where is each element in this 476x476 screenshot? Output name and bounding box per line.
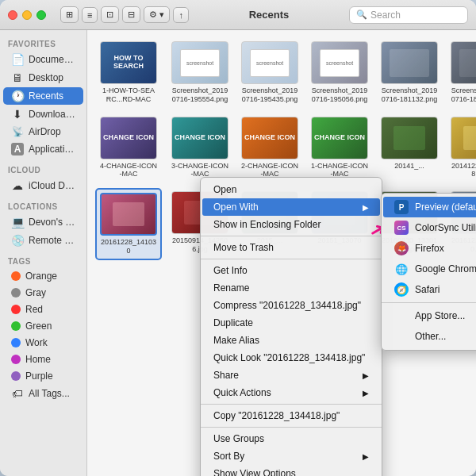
airdrop-icon: 📡 <box>11 126 24 137</box>
sidebar-item-remote-disc[interactable]: 💿 Remote Disc <box>3 232 83 249</box>
menu-separator-4 <box>201 427 382 428</box>
submenu-label-app-store: App Store... <box>415 310 465 321</box>
titlebar: ⊞ ≡ ⊡ ⊟ ⚙ ▾ ↑ Recents 🔍 Search <box>0 0 476 30</box>
sidebar-label-home: Home <box>25 354 51 365</box>
sidebar-item-recents[interactable]: 🕐 Recents <box>3 87 83 105</box>
sidebar-item-green[interactable]: Green <box>3 318 83 334</box>
share-submenu-chevron: ▶ <box>363 371 369 380</box>
menu-item-show-enclosing[interactable]: Show in Enclosing Folder <box>202 216 380 233</box>
all-tags-icon: 🏷 <box>11 387 24 400</box>
menu-item-open-with[interactable]: Open With ▶ <box>202 198 380 216</box>
sidebar-section-icloud: iCloud <box>0 163 86 176</box>
firefox-icon: 🦊 <box>394 241 409 255</box>
search-icon: 🔍 <box>356 10 367 20</box>
menu-item-move-trash[interactable]: Move to Trash <box>202 239 380 256</box>
menu-label-sort-by: Sort By <box>213 451 363 462</box>
submenu-item-other[interactable]: Other... <box>383 326 476 347</box>
menu-label-quick-look: Quick Look "20161228_134418.jpg" <box>213 352 369 363</box>
sidebar-item-documents[interactable]: 📄 Documents <box>3 51 83 68</box>
sort-by-chevron: ▶ <box>363 452 369 461</box>
submenu-item-firefox[interactable]: 🦊 Firefox <box>383 238 476 259</box>
submenu-label-safari: Safari <box>415 284 440 295</box>
menu-label-move-trash: Move to Trash <box>213 242 369 253</box>
menu-label-rename: Rename <box>213 282 369 294</box>
sidebar-item-desktop[interactable]: 🖥 Desktop <box>3 69 83 86</box>
menu-separator-2 <box>201 259 382 259</box>
sidebar-label-remote-disc: Remote Disc <box>29 235 75 246</box>
sidebar-item-airdrop[interactable]: 📡 AirDrop <box>3 124 83 140</box>
menu-item-sort-by[interactable]: Sort By ▶ <box>202 447 380 465</box>
sidebar-label-icloud-drive: iCloud Drive <box>29 180 75 191</box>
tag-red-icon <box>11 305 21 314</box>
minimize-button[interactable] <box>22 10 32 20</box>
maximize-button[interactable] <box>36 10 46 20</box>
menu-item-quick-look[interactable]: Quick Look "20161228_134418.jpg" <box>202 349 380 367</box>
tag-orange-icon <box>11 271 21 281</box>
menu-label-get-info: Get Info <box>213 265 369 276</box>
menu-item-get-info[interactable]: Get Info <box>202 262 380 279</box>
menu-label-make-alias: Make Alias <box>213 335 369 346</box>
sidebar-label-purple: Purple <box>25 370 53 382</box>
sidebar-item-applications[interactable]: A Applications <box>3 140 83 158</box>
sidebar-label-work: Work <box>25 337 48 348</box>
sidebar-label-airdrop: AirDrop <box>29 126 61 137</box>
disc-icon: 💿 <box>11 234 24 247</box>
list-view-button[interactable]: ≡ <box>82 7 98 23</box>
sidebar-label-applications: Applications <box>29 144 75 155</box>
submenu-separator-1 <box>382 302 476 303</box>
sidebar-item-orange[interactable]: Orange <box>3 268 83 284</box>
close-button[interactable] <box>8 10 17 20</box>
share-button[interactable]: ↑ <box>173 7 189 23</box>
search-placeholder: Search <box>370 10 401 21</box>
submenu-label-other: Other... <box>415 331 446 342</box>
submenu-item-chrome[interactable]: 🌐 Google Chrome <box>383 259 476 279</box>
gallery-view-button[interactable]: ⊟ <box>122 6 140 23</box>
menu-item-copy[interactable]: Copy "20161228_134418.jpg" <box>202 407 380 424</box>
menu-item-quick-actions[interactable]: Quick Actions ▶ <box>202 384 380 401</box>
menu-item-open[interactable]: Open <box>202 181 380 198</box>
menu-item-use-groups[interactable]: Use Groups <box>202 430 380 447</box>
traffic-lights <box>8 10 46 20</box>
action-button[interactable]: ⚙ ▾ <box>144 6 170 23</box>
sidebar-label-documents: Documents <box>29 54 75 65</box>
menu-item-share[interactable]: Share ▶ <box>202 367 380 384</box>
menu-item-show-view[interactable]: Show View Options <box>202 465 380 476</box>
menu-label-duplicate: Duplicate <box>213 317 369 328</box>
submenu-item-safari[interactable]: 🧭 Safari <box>383 279 476 300</box>
sidebar: Favorites 📄 Documents 🖥 Desktop 🕐 Recent… <box>0 30 87 476</box>
menu-item-make-alias[interactable]: Make Alias <box>202 332 380 349</box>
sidebar-item-work[interactable]: Work <box>3 335 83 351</box>
submenu-label-chrome: Google Chrome <box>415 263 476 274</box>
sidebar-item-all-tags[interactable]: 🏷 All Tags... <box>3 385 83 402</box>
quick-actions-chevron: ▶ <box>363 389 369 397</box>
downloads-icon: ⬇ <box>11 108 24 121</box>
sidebar-item-red[interactable]: Red <box>3 301 83 317</box>
submenu-chevron: ▶ <box>363 203 369 212</box>
icon-view-button[interactable]: ⊞ <box>60 6 79 23</box>
sidebar-label-red: Red <box>25 304 43 315</box>
menu-item-rename[interactable]: Rename <box>202 279 380 297</box>
menu-label-copy: Copy "20161228_134418.jpg" <box>213 410 369 421</box>
submenu-item-preview[interactable]: P Preview (default) <box>383 197 476 217</box>
sidebar-item-home[interactable]: Home <box>3 351 83 367</box>
column-view-button[interactable]: ⊡ <box>101 6 119 23</box>
menu-item-duplicate[interactable]: Duplicate <box>202 314 380 332</box>
open-with-submenu: P Preview (default) CS ColorSync Utility… <box>381 193 476 351</box>
menu-separator-1 <box>201 236 382 236</box>
sidebar-item-purple[interactable]: Purple <box>3 368 83 384</box>
menu-label-use-groups: Use Groups <box>213 433 369 444</box>
search-bar[interactable]: 🔍 Search <box>349 6 468 24</box>
sidebar-item-icloud-drive[interactable]: ☁ iCloud Drive <box>3 177 83 194</box>
sidebar-item-gray[interactable]: Gray <box>3 285 83 301</box>
submenu-item-colorsync[interactable]: CS ColorSync Utility <box>383 217 476 238</box>
sidebar-label-desktop: Desktop <box>29 72 63 83</box>
menu-label-compress: Compress "20161228_134418.jpg" <box>213 300 369 311</box>
sidebar-label-green: Green <box>25 321 52 332</box>
menu-item-compress[interactable]: Compress "20161228_134418.jpg" <box>202 297 380 314</box>
content-area: Favorites 📄 Documents 🖥 Desktop 🕐 Recent… <box>0 30 476 476</box>
context-menu: Open Open With ▶ Show in Enclosing Folde… <box>200 177 382 476</box>
app-store-spacer <box>394 309 409 323</box>
sidebar-item-devons-mac[interactable]: 💻 Devon's Ma... <box>3 213 83 231</box>
sidebar-item-downloads[interactable]: ⬇ Downloads <box>3 106 83 123</box>
submenu-item-app-store[interactable]: App Store... <box>383 305 476 326</box>
